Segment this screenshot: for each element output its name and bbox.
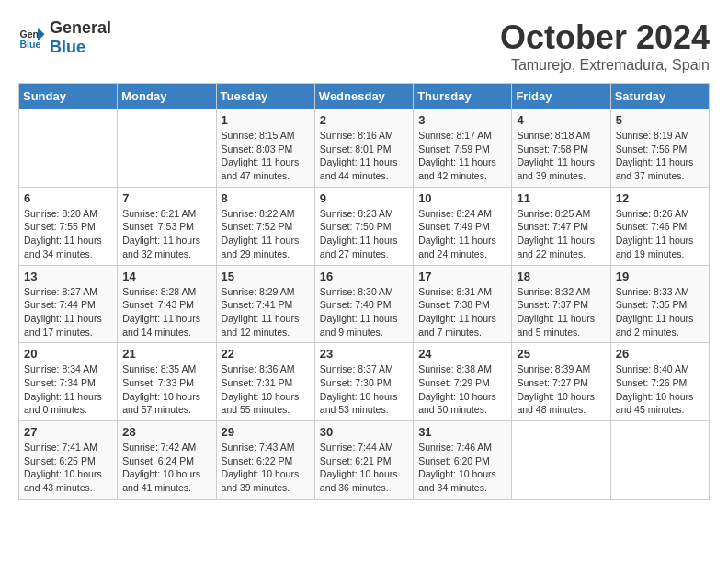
day-info-line: Daylight: 11 hours and 19 minutes. (616, 235, 694, 259)
day-info-line: Sunset: 7:53 PM (122, 221, 194, 232)
day-number: 21 (122, 347, 210, 361)
day-info-line: Sunrise: 8:26 AM (616, 208, 689, 219)
day-info-line: Sunrise: 8:40 AM (616, 363, 689, 374)
calendar-cell: 3Sunrise: 8:17 AMSunset: 7:59 PMDaylight… (414, 109, 512, 188)
day-info-line: Sunrise: 8:19 AM (616, 130, 689, 141)
day-info-line: Sunset: 6:20 PM (418, 455, 490, 466)
day-info-line: Sunrise: 8:29 AM (222, 286, 295, 297)
day-info-line: Daylight: 11 hours and 39 minutes. (517, 156, 595, 181)
day-info-line: Daylight: 11 hours and 0 minutes. (24, 391, 102, 416)
day-number: 6 (24, 191, 112, 205)
day-info-line: Sunrise: 8:34 AM (24, 363, 97, 374)
calendar-cell: 8Sunrise: 8:22 AMSunset: 7:52 PMDaylight… (216, 187, 314, 265)
day-info-line: Daylight: 11 hours and 34 minutes. (24, 235, 102, 259)
calendar-cell (512, 421, 610, 500)
day-info-line: Sunrise: 8:23 AM (320, 208, 393, 219)
calendar-header: SundayMondayTuesdayWednesdayThursdayFrid… (19, 84, 710, 109)
day-number: 11 (517, 191, 605, 205)
calendar-week-row: 6Sunrise: 8:20 AMSunset: 7:55 PMDaylight… (19, 187, 710, 265)
day-info-line: Daylight: 11 hours and 22 minutes. (517, 235, 595, 259)
day-info-line: Sunrise: 8:38 AM (418, 363, 492, 374)
day-number: 18 (517, 270, 605, 283)
weekday-header: Wednesday (314, 84, 413, 109)
day-info-line: Sunset: 6:24 PM (122, 455, 194, 466)
day-info-line: Sunset: 7:34 PM (24, 377, 96, 388)
calendar-week-row: 1Sunrise: 8:15 AMSunset: 8:03 PMDaylight… (19, 109, 710, 188)
logo-icon: Gen Blue (18, 24, 46, 52)
day-info-line: Sunset: 7:44 PM (24, 299, 96, 310)
day-info: Sunrise: 8:29 AMSunset: 7:41 PMDaylight:… (222, 285, 310, 339)
calendar-cell: 29Sunrise: 7:43 AMSunset: 6:22 PMDayligh… (216, 421, 314, 500)
day-info-line: Sunset: 7:46 PM (616, 221, 688, 232)
calendar-body: 1Sunrise: 8:15 AMSunset: 8:03 PMDaylight… (19, 109, 710, 500)
calendar-cell: 14Sunrise: 8:28 AMSunset: 7:43 PMDayligh… (118, 265, 216, 343)
day-info-line: Sunset: 7:37 PM (517, 299, 588, 310)
calendar-cell: 11Sunrise: 8:25 AMSunset: 7:47 PMDayligh… (512, 187, 610, 265)
day-info-line: Sunrise: 8:28 AM (122, 286, 196, 297)
day-info-line: Sunset: 7:58 PM (517, 144, 588, 155)
logo-general: General (50, 18, 111, 37)
calendar-week-row: 20Sunrise: 8:34 AMSunset: 7:34 PMDayligh… (19, 343, 710, 421)
day-info-line: Sunset: 7:55 PM (24, 221, 96, 232)
day-info-line: Sunrise: 7:41 AM (24, 442, 97, 453)
day-info: Sunrise: 8:21 AMSunset: 7:53 PMDaylight:… (122, 207, 210, 261)
weekday-header: Thursday (414, 84, 512, 109)
day-number: 27 (24, 425, 112, 439)
day-number: 26 (616, 347, 704, 361)
day-info-line: Daylight: 11 hours and 7 minutes. (418, 313, 496, 338)
day-number: 22 (222, 347, 310, 361)
day-number: 7 (122, 191, 210, 205)
day-info-line: Daylight: 10 hours and 41 minutes. (122, 468, 200, 493)
calendar-cell (19, 109, 118, 188)
day-info-line: Sunrise: 8:27 AM (24, 286, 97, 297)
day-info-line: Sunset: 8:03 PM (222, 144, 293, 155)
day-info-line: Sunset: 7:26 PM (616, 377, 688, 388)
calendar-cell: 4Sunrise: 8:18 AMSunset: 7:58 PMDaylight… (512, 109, 610, 188)
day-info-line: Sunset: 7:43 PM (122, 299, 194, 310)
day-number: 29 (222, 425, 310, 439)
day-info-line: Daylight: 11 hours and 37 minutes. (616, 156, 694, 181)
calendar-cell: 18Sunrise: 8:32 AMSunset: 7:37 PMDayligh… (512, 265, 610, 343)
calendar-cell: 1Sunrise: 8:15 AMSunset: 8:03 PMDaylight… (216, 109, 314, 188)
day-info: Sunrise: 8:39 AMSunset: 7:27 PMDaylight:… (517, 362, 605, 417)
day-info: Sunrise: 8:28 AMSunset: 7:43 PMDaylight:… (122, 285, 210, 339)
day-info-line: Daylight: 11 hours and 2 minutes. (616, 313, 694, 338)
day-info-line: Sunrise: 8:24 AM (418, 208, 492, 219)
day-info-line: Daylight: 10 hours and 34 minutes. (418, 468, 496, 493)
day-info-line: Sunrise: 7:44 AM (320, 442, 393, 453)
day-info: Sunrise: 8:26 AMSunset: 7:46 PMDaylight:… (616, 207, 704, 261)
calendar-cell: 31Sunrise: 7:46 AMSunset: 6:20 PMDayligh… (414, 421, 512, 500)
day-info: Sunrise: 8:40 AMSunset: 7:26 PMDaylight:… (616, 362, 704, 417)
day-number: 2 (320, 113, 408, 127)
day-info: Sunrise: 7:41 AMSunset: 6:25 PMDaylight:… (24, 441, 112, 495)
day-info-line: Sunset: 7:56 PM (616, 144, 688, 155)
day-info-line: Sunrise: 8:18 AM (517, 130, 590, 141)
day-info-line: Daylight: 11 hours and 27 minutes. (320, 235, 398, 259)
day-info-line: Daylight: 11 hours and 47 minutes. (222, 156, 300, 181)
calendar-cell: 6Sunrise: 8:20 AMSunset: 7:55 PMDaylight… (19, 187, 118, 265)
calendar-cell: 26Sunrise: 8:40 AMSunset: 7:26 PMDayligh… (610, 343, 709, 421)
day-number: 19 (616, 270, 704, 283)
day-info-line: Sunrise: 8:32 AM (517, 286, 590, 297)
day-info-line: Sunset: 7:47 PM (517, 221, 588, 232)
day-info-line: Sunrise: 8:20 AM (24, 208, 97, 219)
svg-text:Blue: Blue (20, 39, 41, 50)
calendar-cell: 5Sunrise: 8:19 AMSunset: 7:56 PMDaylight… (610, 109, 709, 188)
calendar-cell: 22Sunrise: 8:36 AMSunset: 7:31 PMDayligh… (216, 343, 314, 421)
day-number: 9 (320, 191, 408, 205)
day-number: 20 (24, 347, 112, 361)
day-info-line: Sunset: 7:27 PM (517, 377, 588, 388)
day-info-line: Sunrise: 7:43 AM (222, 442, 295, 453)
weekday-header: Tuesday (216, 84, 314, 109)
calendar-cell: 16Sunrise: 8:30 AMSunset: 7:40 PMDayligh… (314, 265, 413, 343)
calendar-cell: 27Sunrise: 7:41 AMSunset: 6:25 PMDayligh… (19, 421, 118, 500)
day-info-line: Daylight: 10 hours and 57 minutes. (122, 391, 200, 416)
day-info-line: Sunset: 7:40 PM (320, 299, 392, 310)
day-info-line: Sunrise: 8:17 AM (418, 130, 492, 141)
day-info-line: Sunset: 7:35 PM (616, 299, 688, 310)
day-info-line: Daylight: 11 hours and 12 minutes. (222, 313, 300, 338)
day-info: Sunrise: 8:31 AMSunset: 7:38 PMDaylight:… (418, 285, 506, 339)
day-number: 5 (616, 113, 704, 127)
day-info: Sunrise: 8:32 AMSunset: 7:37 PMDaylight:… (517, 285, 605, 339)
day-info-line: Sunset: 6:22 PM (222, 455, 293, 466)
